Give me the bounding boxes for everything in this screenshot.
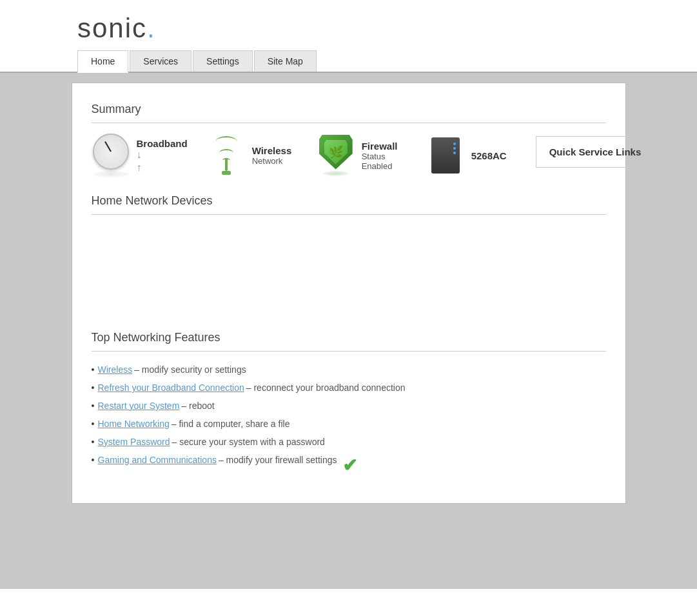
features-title: Top Networking Features bbox=[92, 331, 606, 344]
content-box: Summary Broadband bbox=[72, 83, 626, 504]
feature-desc-0: – modify security or settings bbox=[134, 364, 246, 375]
quick-links-box[interactable]: Quick Service Links bbox=[536, 136, 665, 168]
summary-cards: Broadband ↓ ↑ bbox=[92, 136, 516, 175]
logo-area: sonic. bbox=[0, 0, 697, 50]
feature-item-0: Wireless – modify security or settings bbox=[92, 364, 606, 375]
shield-body: 🌿 bbox=[319, 135, 353, 170]
wave3 bbox=[215, 136, 237, 148]
broadband-info: Broadband ↓ ↑ bbox=[137, 138, 188, 174]
home-network-section: Home Network Devices bbox=[92, 194, 606, 312]
router-label: 5268AC bbox=[471, 150, 507, 161]
right-panel: Quick Service Links bbox=[516, 136, 665, 168]
quick-links-title: Quick Service Links bbox=[549, 146, 642, 157]
wireless-waves-icon bbox=[215, 136, 237, 164]
wireless-base bbox=[222, 171, 231, 175]
tab-settings[interactable]: Settings bbox=[193, 50, 253, 72]
main-wrapper: Summary Broadband bbox=[0, 73, 697, 589]
summary-section: Summary Broadband bbox=[92, 103, 606, 175]
broadband-card: Broadband ↓ ↑ bbox=[92, 136, 188, 175]
features-section: Top Networking Features Wireless – modif… bbox=[92, 331, 606, 476]
wireless-card: Wireless Network bbox=[207, 136, 297, 175]
tab-sitemap[interactable]: Site Map bbox=[254, 50, 317, 72]
feature-link-1[interactable]: Refresh your Broadband Connection bbox=[98, 383, 244, 393]
router-light-3 bbox=[453, 152, 456, 154]
router-light-2 bbox=[453, 147, 456, 150]
feature-item-3: Home Networking – find a computer, share… bbox=[92, 419, 606, 429]
firewall-status-label: Status bbox=[362, 152, 398, 161]
firewall-status-value: Enabled bbox=[362, 161, 398, 171]
firewall-info: Firewall Status Enabled bbox=[362, 141, 398, 171]
wireless-icon bbox=[207, 136, 246, 175]
feature-list: Wireless – modify security or settingsRe… bbox=[92, 364, 606, 476]
wave1 bbox=[222, 158, 230, 163]
home-network-title: Home Network Devices bbox=[92, 194, 606, 208]
feature-link-3[interactable]: Home Networking bbox=[98, 419, 170, 429]
arrow-up-icon: ↑ bbox=[137, 162, 188, 174]
wave2 bbox=[219, 149, 233, 157]
logo-dot: . bbox=[147, 13, 156, 43]
wireless-sub: Network bbox=[252, 156, 292, 166]
tab-services[interactable]: Services bbox=[130, 50, 191, 72]
feature-item-5: Gaming and Communications – modify your … bbox=[92, 455, 606, 476]
feature-desc-4: – secure your system with a password bbox=[172, 437, 325, 447]
router-icon-wrap bbox=[426, 136, 465, 175]
router-light-1 bbox=[453, 143, 456, 145]
firewall-icon: 🌿 bbox=[317, 136, 355, 175]
tab-home[interactable]: Home bbox=[77, 50, 128, 73]
speedometer-reflection bbox=[93, 171, 129, 177]
home-network-content bbox=[92, 228, 606, 312]
shield-inner: 🌿 bbox=[324, 140, 348, 164]
router-card: 5268AC bbox=[426, 136, 516, 175]
broadband-icon bbox=[92, 136, 130, 175]
speedometer-icon bbox=[93, 134, 129, 170]
wireless-label: Wireless bbox=[252, 145, 292, 156]
home-network-divider bbox=[92, 214, 606, 215]
logo: sonic. bbox=[77, 13, 156, 44]
wireless-info: Wireless Network bbox=[252, 145, 292, 166]
feature-item-4: System Password – secure your system wit… bbox=[92, 437, 606, 447]
shield-icon: 🌿 bbox=[317, 135, 355, 177]
summary-divider bbox=[92, 123, 606, 123]
summary-title: Summary bbox=[92, 103, 606, 116]
broadband-arrows: ↓ ↑ bbox=[137, 149, 188, 174]
shield-leaf-icon: 🌿 bbox=[329, 145, 343, 159]
feature-desc-5: – modify your firewall settings bbox=[219, 455, 337, 465]
router-info: 5268AC bbox=[471, 150, 507, 161]
broadband-label: Broadband bbox=[137, 138, 188, 149]
checkmark-icon: ✔ bbox=[342, 455, 357, 476]
firewall-card: 🌿 Firewall Status Enabled bbox=[317, 136, 407, 175]
feature-desc-3: – find a computer, share a file bbox=[172, 419, 290, 429]
feature-link-4[interactable]: System Password bbox=[98, 437, 170, 447]
logo-text: sonic bbox=[77, 13, 147, 43]
feature-item-1: Refresh your Broadband Connection – reco… bbox=[92, 383, 606, 393]
arrow-down-icon: ↓ bbox=[137, 149, 188, 161]
feature-desc-2: – reboot bbox=[181, 401, 214, 411]
feature-item-2: Restart your System – reboot bbox=[92, 401, 606, 411]
features-divider bbox=[92, 351, 606, 352]
nav-tabs: Home Services Settings Site Map bbox=[0, 50, 697, 73]
feature-link-2[interactable]: Restart your System bbox=[98, 401, 180, 411]
feature-desc-1: – reconnect your broadband connection bbox=[246, 383, 406, 393]
feature-link-5[interactable]: Gaming and Communications bbox=[98, 455, 217, 465]
feature-link-0[interactable]: Wireless bbox=[98, 364, 133, 375]
router-icon bbox=[431, 137, 460, 174]
router-lights bbox=[453, 143, 456, 154]
wireless-icon-wrap bbox=[208, 136, 244, 175]
shield-reflection bbox=[323, 171, 349, 176]
firewall-label: Firewall bbox=[362, 141, 398, 152]
